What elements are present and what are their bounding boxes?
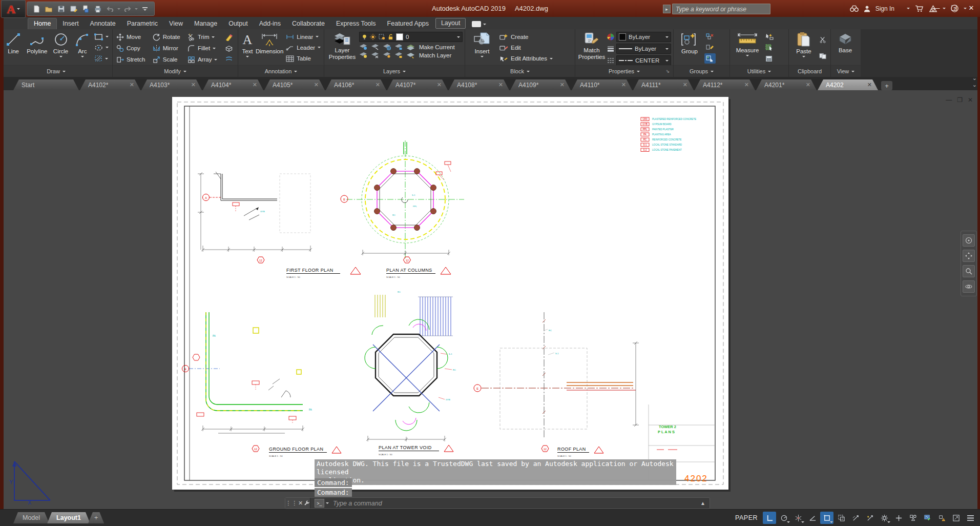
tab-insert[interactable]: Insert: [57, 18, 84, 29]
search-binoculars-icon[interactable]: [850, 5, 859, 12]
drawing-sheet[interactable]: CR3 PLASTERED REINFORCED CONCRETE GYB GY…: [172, 97, 728, 490]
file-tab-a4111[interactable]: A4111*✕: [633, 79, 694, 90]
view-panel-title[interactable]: View: [831, 65, 861, 77]
circle-button[interactable]: Circle: [49, 30, 72, 65]
line-button[interactable]: Line: [2, 30, 25, 65]
snap-mode-button[interactable]: [763, 512, 776, 524]
rectangle-tool-button[interactable]: [93, 32, 110, 42]
tab-parametric[interactable]: Parametric: [121, 18, 163, 29]
measure-button[interactable]: Measure: [732, 30, 763, 65]
app-store-cart-icon[interactable]: [915, 5, 924, 12]
close-tab-icon[interactable]: ✕: [376, 82, 380, 88]
wrench-icon[interactable]: [303, 500, 310, 507]
file-tab-a4108[interactable]: A4108*✕: [449, 79, 509, 90]
file-tab-a4107[interactable]: A4107*✕: [387, 79, 448, 90]
layer-restore-icon[interactable]: [371, 52, 379, 58]
explode-button[interactable]: [223, 43, 236, 53]
close-tab-icon[interactable]: ✕: [498, 82, 503, 88]
fillet-button[interactable]: Fillet: [186, 43, 220, 53]
quick-calc-button[interactable]: [764, 53, 775, 64]
mirror-button[interactable]: Mirror: [151, 43, 183, 53]
linetype-combo[interactable]: CENTER: [616, 55, 671, 66]
model-tab[interactable]: Model: [13, 512, 49, 523]
workspace-switching-button[interactable]: [878, 512, 891, 524]
drawing-canvas[interactable]: — ❐ ✕ CR3 PLASTERED REINFO: [0, 90, 980, 509]
file-tab-a4103[interactable]: A4103*✕: [141, 79, 202, 90]
ellipse-dropdown-icon[interactable]: [106, 47, 109, 48]
command-expand-icon[interactable]: ▲: [700, 500, 705, 506]
close-tab-icon[interactable]: ✕: [683, 82, 687, 88]
redo-icon[interactable]: [122, 4, 133, 14]
circle-dropdown-icon[interactable]: [59, 56, 62, 57]
tab-manage[interactable]: Manage: [189, 18, 223, 29]
close-tab-icon[interactable]: ✕: [191, 82, 196, 88]
pan-button[interactable]: [963, 250, 975, 262]
properties-dialog-launcher[interactable]: ⇘: [666, 69, 670, 74]
search-expand-button[interactable]: ▸: [663, 5, 671, 13]
match-layer-icon[interactable]: [406, 52, 415, 58]
paste-button[interactable]: Paste: [791, 30, 817, 65]
erase-button[interactable]: [223, 32, 236, 42]
layer-select-combo[interactable]: 0: [359, 32, 463, 42]
layer-thaw2-icon[interactable]: [383, 52, 391, 58]
polar-tracking-button[interactable]: [777, 512, 790, 524]
linear-dimension-button[interactable]: Linear: [284, 32, 322, 42]
trim-button[interactable]: Trim: [186, 32, 220, 42]
hatch-dropdown-icon[interactable]: [105, 58, 108, 59]
maximize-button[interactable]: ❑: [945, 0, 963, 15]
file-tab-a4112[interactable]: A4112*✕: [695, 79, 755, 90]
stretch-button[interactable]: Stretch: [115, 54, 148, 65]
isodraft-dropdown-icon[interactable]: [801, 521, 804, 523]
close-tab-icon[interactable]: ✕: [437, 82, 442, 88]
full-navigation-wheel-button[interactable]: [963, 234, 975, 247]
lineweight-combo[interactable]: ByLayer: [616, 44, 671, 54]
grip-dots-icon[interactable]: ⋮⋮: [285, 500, 298, 507]
file-tab-a4202[interactable]: A4202✕: [818, 79, 878, 90]
object-color-combo[interactable]: ByLayer: [616, 32, 671, 42]
print-icon[interactable]: [93, 4, 103, 14]
application-menu-button[interactable]: A: [1, 0, 26, 18]
clipboard-panel-title[interactable]: Clipboard: [789, 65, 830, 77]
command-input[interactable]: Type a command: [333, 500, 700, 507]
make-current-label[interactable]: Make Current: [419, 44, 455, 50]
array-dropdown-icon[interactable]: [214, 59, 217, 60]
layer-unlock2-icon[interactable]: [394, 52, 403, 58]
layer-lock-icon[interactable]: [394, 44, 403, 50]
doc-close-icon[interactable]: ✕: [968, 96, 973, 104]
object-snap-button[interactable]: [820, 512, 833, 524]
quick-select-button[interactable]: [764, 32, 775, 42]
file-tab-a4201[interactable]: A4201*✕: [756, 79, 817, 90]
undo-icon[interactable]: [105, 4, 115, 14]
annotation-warning-button[interactable]: [935, 512, 948, 524]
file-tab-start[interactable]: Start: [13, 79, 79, 90]
paste-dropdown-icon[interactable]: [802, 56, 805, 57]
add-layout-button[interactable]: +: [88, 512, 104, 523]
file-tab-a4109[interactable]: A4109*✕: [510, 79, 571, 90]
sign-in-label[interactable]: Sign In: [875, 5, 894, 12]
edit-block-button[interactable]: Edit: [498, 43, 554, 53]
tab-view[interactable]: View: [163, 18, 189, 29]
close-tab-icon[interactable]: ✕: [314, 82, 319, 88]
close-tab-icon[interactable]: ✕: [560, 82, 565, 88]
properties-panel-title[interactable]: Properties⇘: [575, 65, 673, 77]
close-button[interactable]: ✕: [963, 0, 980, 15]
zoom-button[interactable]: [963, 265, 975, 277]
group-button[interactable]: Group: [676, 30, 703, 65]
close-tab-icon[interactable]: ✕: [806, 82, 810, 88]
base-view-button[interactable]: Base: [833, 30, 858, 65]
annotation-panel-title[interactable]: Annotation: [238, 65, 324, 77]
isodraft-button[interactable]: [791, 512, 805, 524]
leader-dropdown-icon[interactable]: [318, 47, 321, 48]
close-tab-icon[interactable]: ✕: [867, 82, 872, 88]
annotation-visibility-button[interactable]: [849, 512, 862, 524]
text-dropdown-icon[interactable]: [246, 56, 249, 57]
redo-dropdown-icon[interactable]: [135, 8, 138, 10]
copy-button[interactable]: Copy: [115, 43, 148, 53]
leader-button[interactable]: Leader: [284, 43, 322, 53]
orbit-button[interactable]: [963, 280, 975, 293]
ortho-mode-button[interactable]: [806, 512, 819, 524]
file-tab-a4104[interactable]: A4104*✕: [203, 79, 263, 90]
edit-attributes-button[interactable]: Edit Attributes: [498, 53, 554, 64]
clean-screen-button[interactable]: [949, 512, 963, 524]
layout1-tab[interactable]: Layout1: [47, 512, 90, 523]
